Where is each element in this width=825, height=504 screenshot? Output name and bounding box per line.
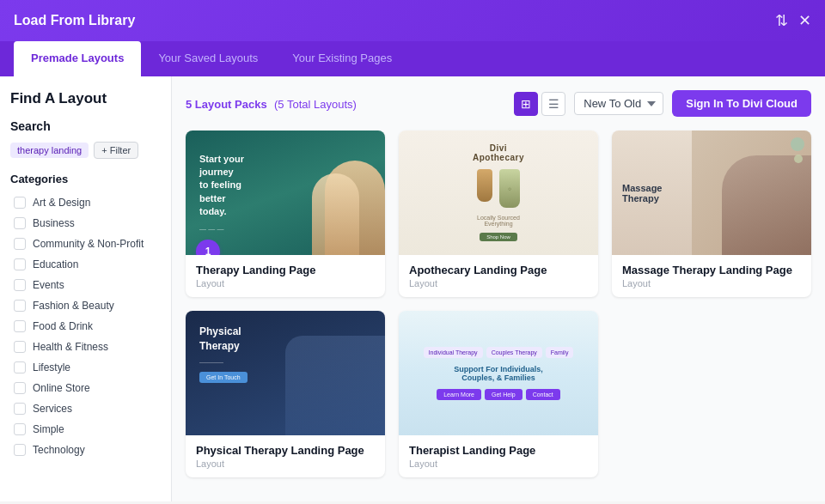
- category-checkbox-simple[interactable]: [14, 423, 26, 435]
- layout-count-text: 5 Layout Packs: [186, 98, 267, 111]
- category-label-health: Health & Fitness: [33, 341, 108, 353]
- card-type-1: Layout: [196, 278, 375, 288]
- modal-title: Load From Library: [14, 13, 135, 28]
- layouts-grid: Start your journeyto feeling bettertoday…: [186, 131, 811, 477]
- category-checkbox-education[interactable]: [14, 258, 26, 270]
- card-info-2: Apothecary Landing Page Layout: [399, 255, 598, 297]
- category-item-simple[interactable]: Simple: [10, 419, 161, 440]
- search-label: Search: [10, 119, 161, 133]
- grid-view-button[interactable]: ⊞: [514, 92, 538, 116]
- list-view-button[interactable]: ☰: [541, 92, 565, 116]
- header-right: ⊞ ☰ New To Old Old To New A to Z Z to A …: [514, 90, 811, 117]
- category-label-services: Services: [33, 403, 72, 415]
- category-item-events[interactable]: Events: [10, 275, 161, 295]
- category-checkbox-lifestyle[interactable]: [14, 361, 26, 373]
- search-area: Search therapy landing + Filter: [10, 119, 161, 159]
- header-icons: ⇅ ✕: [775, 11, 811, 30]
- search-tags: therapy landing + Filter: [10, 142, 161, 159]
- layout-card-2[interactable]: DiviApothecary ○ Locally SourcedEverythi…: [399, 131, 598, 297]
- category-label-simple: Simple: [33, 423, 64, 435]
- card-info-4: Physical Therapy Landing Page Layout: [186, 435, 385, 477]
- card-thumbnail-2: DiviApothecary ○ Locally SourcedEverythi…: [399, 131, 598, 255]
- main-content: Find A Layout Search therapy landing + F…: [0, 76, 825, 501]
- card-info-5: Therapist Landing Page Layout: [399, 435, 598, 477]
- category-item-community[interactable]: Community & Non-Profit: [10, 234, 161, 254]
- category-checkbox-online[interactable]: [14, 382, 26, 394]
- view-icons: ⊞ ☰: [514, 92, 565, 116]
- category-item-art[interactable]: Art & Design: [10, 192, 161, 213]
- layout-card-5[interactable]: Individual Therapy Couples Therapy Famil…: [399, 311, 598, 477]
- category-checkbox-business[interactable]: [14, 217, 26, 229]
- sign-in-button[interactable]: Sign In To Divi Cloud: [672, 90, 811, 117]
- content-area: 5 Layout Packs (5 Total Layouts) ⊞ ☰ New…: [172, 76, 825, 501]
- category-item-technology[interactable]: Technology: [10, 440, 161, 460]
- filter-tag[interactable]: + Filter: [94, 142, 138, 159]
- card-title-5: Therapist Landing Page: [409, 444, 588, 457]
- category-checkbox-food[interactable]: [14, 320, 26, 332]
- category-label-business: Business: [33, 217, 75, 229]
- card-thumbnail-3: MassageTherapy: [612, 131, 811, 255]
- category-label-art: Art & Design: [33, 197, 90, 209]
- tab-saved[interactable]: Your Saved Layouts: [141, 41, 275, 76]
- card-title-1: Therapy Landing Page: [196, 264, 375, 276]
- category-label-lifestyle: Lifestyle: [33, 361, 70, 373]
- card-type-5: Layout: [409, 458, 588, 469]
- category-item-health[interactable]: Health & Fitness: [10, 337, 161, 357]
- card-thumbnail-5: Individual Therapy Couples Therapy Famil…: [399, 311, 598, 435]
- categories-title: Categories: [10, 173, 161, 185]
- layout-card-1[interactable]: Start your journeyto feeling bettertoday…: [186, 131, 385, 297]
- card-thumbnail-1: Start your journeyto feeling bettertoday…: [186, 131, 385, 255]
- card-title-3: Massage Therapy Landing Page: [622, 264, 801, 276]
- layout-total-text: (5 Total Layouts): [274, 98, 357, 111]
- category-label-technology: Technology: [33, 444, 85, 456]
- category-item-food[interactable]: Food & Drink: [10, 316, 161, 337]
- card-thumbnail-4: PhysicalTherapy ———— Get In Touch: [186, 311, 385, 435]
- sidebar: Find A Layout Search therapy landing + F…: [0, 76, 172, 501]
- card-type-2: Layout: [409, 278, 588, 288]
- category-item-lifestyle[interactable]: Lifestyle: [10, 357, 161, 378]
- categories-list: Art & Design Business Community & Non-Pr…: [10, 192, 161, 460]
- category-item-fashion[interactable]: Fashion & Beauty: [10, 295, 161, 316]
- category-checkbox-technology[interactable]: [14, 444, 26, 456]
- category-label-food: Food & Drink: [33, 320, 93, 332]
- tab-existing[interactable]: Your Existing Pages: [275, 41, 409, 76]
- category-label-fashion: Fashion & Beauty: [33, 300, 114, 312]
- category-label-education: Education: [33, 258, 78, 270]
- layout-card-3[interactable]: MassageTherapy Massage Therapy Landing P…: [612, 131, 811, 297]
- category-label-online: Online Store: [33, 382, 90, 394]
- category-item-services[interactable]: Services: [10, 398, 161, 419]
- category-item-education[interactable]: Education: [10, 254, 161, 275]
- card-title-4: Physical Therapy Landing Page: [196, 444, 375, 457]
- card-type-4: Layout: [196, 458, 375, 469]
- category-checkbox-events[interactable]: [14, 279, 26, 291]
- category-label-community: Community & Non-Profit: [33, 238, 144, 250]
- category-label-events: Events: [33, 279, 64, 291]
- category-item-online[interactable]: Online Store: [10, 378, 161, 398]
- category-checkbox-community[interactable]: [14, 238, 26, 250]
- content-header: 5 Layout Packs (5 Total Layouts) ⊞ ☰ New…: [186, 90, 811, 117]
- category-checkbox-fashion[interactable]: [14, 300, 26, 312]
- layout-card-4[interactable]: PhysicalTherapy ———— Get In Touch Physic…: [186, 311, 385, 477]
- layout-count: 5 Layout Packs (5 Total Layouts): [186, 96, 357, 111]
- card-type-3: Layout: [622, 278, 801, 288]
- search-tag[interactable]: therapy landing: [10, 143, 89, 158]
- sort-select[interactable]: New To Old Old To New A to Z Z to A: [574, 92, 663, 115]
- modal-header: Load From Library ⇅ ✕: [0, 0, 825, 41]
- card-info-1: Therapy Landing Page Layout: [186, 255, 385, 297]
- category-item-business[interactable]: Business: [10, 213, 161, 234]
- category-checkbox-health[interactable]: [14, 341, 26, 353]
- sort-icon[interactable]: ⇅: [775, 11, 788, 30]
- card-info-3: Massage Therapy Landing Page Layout: [612, 255, 811, 297]
- category-checkbox-art[interactable]: [14, 197, 26, 209]
- category-checkbox-services[interactable]: [14, 403, 26, 415]
- tabs-bar: Premade Layouts Your Saved Layouts Your …: [0, 41, 825, 76]
- find-layout-title: Find A Layout: [10, 90, 161, 107]
- card-title-2: Apothecary Landing Page: [409, 264, 588, 276]
- tab-premade[interactable]: Premade Layouts: [14, 41, 141, 76]
- close-icon[interactable]: ✕: [798, 11, 811, 30]
